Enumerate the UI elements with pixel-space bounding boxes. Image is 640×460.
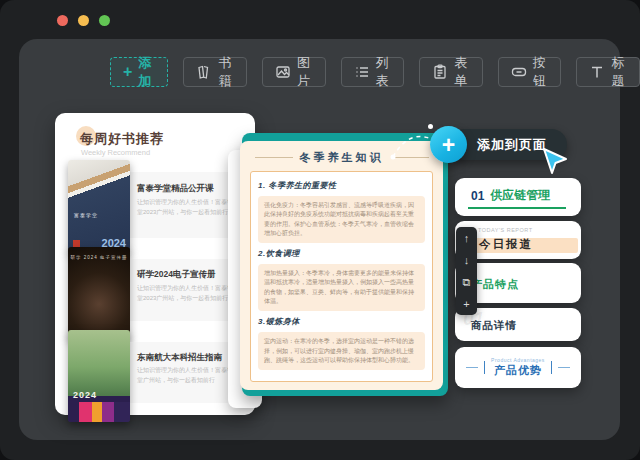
advantage-text-block: Product Advantages 产品优势 xyxy=(491,357,545,378)
cover-top-text: 研学 2024 电子宣传册 xyxy=(68,255,130,260)
title-card-product-advantage[interactable]: Product Advantages 产品优势 xyxy=(455,347,581,388)
book-title: 研学2024电子宣传册 xyxy=(137,269,215,281)
image-icon xyxy=(275,64,291,80)
section-heading: 1. 冬季养生的重要性 xyxy=(258,180,425,191)
toolbar-button-list[interactable]: 列表 xyxy=(341,57,405,87)
title-icon xyxy=(589,64,605,80)
supply-number: 01 xyxy=(471,189,484,203)
toolbar-button-label: 书籍 xyxy=(218,54,234,90)
supply-row: 01 供应链管理 xyxy=(455,178,581,204)
section-heading: 3.锻炼身体 xyxy=(258,316,425,327)
toolbar-button-image[interactable]: 图片 xyxy=(262,57,326,87)
section-heading: 2.饮食调理 xyxy=(258,248,425,259)
book-desc: 让知识管理为你的人生价值！富泰学堂2023广州站，与你一起看知前行 xyxy=(137,284,237,303)
book-cover[interactable]: 2024 xyxy=(68,330,130,422)
health-article-card[interactable]: 冬季养生知识 1. 冬季养生的重要性 强化免疫力：冬季容易引发感冒、流感等呼吸道… xyxy=(240,141,443,390)
form-icon xyxy=(432,64,448,80)
title-card-supply-chain[interactable]: 01 供应链管理 xyxy=(455,178,581,216)
toolbar-button-label: 表单 xyxy=(454,54,470,90)
toolbar-button-form[interactable]: 表单 xyxy=(419,57,483,87)
book-panel-title: 每周好书推荐 xyxy=(80,130,164,148)
toolbar-button-title[interactable]: 标题 xyxy=(576,57,640,87)
section-paragraph: 室内运动：在寒冷的冬季，选择室内运动是一种不错的选择，例如，可以进行室内健身操、… xyxy=(258,332,425,370)
add-to-page-label: 添加到页面 xyxy=(477,136,547,154)
decor-bar-right xyxy=(551,361,553,374)
toolbar-button-label: 图片 xyxy=(297,54,313,90)
advantage-label: 产品优势 xyxy=(494,363,542,378)
move-up-icon[interactable]: ↑ xyxy=(464,233,470,244)
features-label: 产品特点 xyxy=(471,277,519,292)
toolbar-button-books[interactable]: 书籍 xyxy=(183,57,247,87)
plus-icon: + xyxy=(123,64,132,80)
article-body: 1. 冬季养生的重要性 强化免疫力：冬季容易引发感冒、流感等呼吸道疾病，因此保持… xyxy=(250,171,433,382)
add-button-label: 添加 xyxy=(138,54,155,90)
decor-dash-right xyxy=(558,367,570,369)
book-title: 东南航大本科招生指南 xyxy=(137,352,222,364)
toolbar-button-label: 列表 xyxy=(376,54,392,90)
component-action-toolbar: ↑ ↓ ⧉ + xyxy=(456,227,477,315)
books-icon xyxy=(196,64,212,80)
report-label: 今日报道 xyxy=(479,237,533,252)
add-plus-circle-button[interactable]: + xyxy=(430,126,467,163)
details-label: 商品详情 xyxy=(471,319,517,333)
header-line-left xyxy=(255,157,293,158)
cover-logo xyxy=(73,240,80,247)
book-desc: 让知识管理为你的人生价值！富泰学堂2023广州站，与你一起看知前行 xyxy=(137,198,237,217)
toolbar-button-label: 标题 xyxy=(611,54,627,90)
list-icon xyxy=(354,64,370,80)
book-cover[interactable]: 富泰学堂 2024 xyxy=(68,160,130,252)
book-cover[interactable]: 研学 2024 电子宣传册 xyxy=(68,247,130,339)
report-caption: TODAY'S REPORT xyxy=(478,227,533,233)
sparkle-dot xyxy=(428,124,433,129)
component-toolbar: + 添加 书籍 图片 列表 表单 按钮 标题 xyxy=(110,57,640,87)
duplicate-icon[interactable]: ⧉ xyxy=(463,277,471,288)
book-panel-subtitle: Weekly Recommend xyxy=(81,148,150,157)
toolbar-button-button[interactable]: 按钮 xyxy=(498,57,562,87)
book-desc: 让知识管理为你的人生价值！富泰学堂广州站，与你一起看知前行 xyxy=(137,366,237,385)
cover-mosaic-decoration xyxy=(68,402,130,422)
add-button[interactable]: + 添加 xyxy=(110,57,168,87)
book-title: 富泰学堂精品公开课 xyxy=(137,183,214,195)
article-title: 冬季养生知识 xyxy=(300,150,384,165)
decor-dash-left xyxy=(466,367,478,369)
section-paragraph: 增加热量摄入：冬季寒冷，身体需要更多的能量来保持体温和抵抗寒冷，适量增加热量摄入… xyxy=(258,264,425,311)
minimize-button[interactable] xyxy=(78,15,89,26)
add-item-icon[interactable]: + xyxy=(463,299,469,310)
cover-year-text: 2024 xyxy=(73,390,97,400)
section-paragraph: 强化免疫力：冬季容易引发感冒、流感等呼吸道疾病，因此保持良好的免疫系统功能对抵抗… xyxy=(258,196,425,243)
button-icon xyxy=(511,64,527,80)
decor-bar-left xyxy=(484,361,486,374)
mouse-cursor-icon xyxy=(541,146,571,176)
green-underline xyxy=(468,207,566,209)
maximize-button[interactable] xyxy=(99,15,110,26)
book-recommend-card[interactable]: 每周好书推荐 Weekly Recommend 富泰学堂 2024 富泰学堂精品… xyxy=(55,113,255,415)
supply-label: 供应链管理 xyxy=(490,187,550,204)
window-controls xyxy=(57,15,110,26)
toolbar-button-label: 按钮 xyxy=(533,54,549,90)
move-down-icon[interactable]: ↓ xyxy=(464,255,470,266)
close-button[interactable] xyxy=(57,15,68,26)
cover-brand-text: 富泰学堂 xyxy=(74,212,98,218)
app-window: + 添加 书籍 图片 列表 表单 按钮 标题 每周好书推荐 xyxy=(0,0,640,460)
